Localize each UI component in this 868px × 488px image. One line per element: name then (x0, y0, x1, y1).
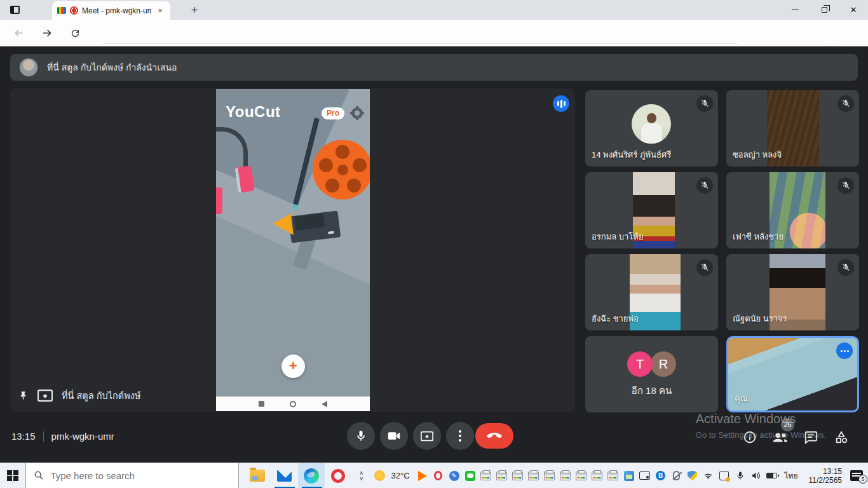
opera-icon (331, 469, 345, 483)
printer-icon[interactable] (496, 471, 507, 480)
present-button[interactable] (413, 422, 441, 450)
tab-search-icon[interactable] (6, 3, 23, 17)
printer-icon[interactable] (576, 471, 587, 480)
taskbar-clock[interactable]: 13:15 11/2/2565 (809, 467, 843, 485)
watermark-line1: Activate Windows (696, 412, 826, 426)
presenting-banner-text: ที่นี่ สตูล กับไกด์พงษ์ กำลังนำเสนอ (47, 60, 177, 74)
participant-tile[interactable]: อรกมล บาโห้ย (585, 172, 718, 248)
meet-footer: 13:15 pmk-wgkn-umr (0, 412, 868, 463)
avast-icon[interactable] (418, 471, 427, 481)
printer-icon[interactable] (607, 471, 618, 480)
new-tab-button[interactable]: + (187, 4, 201, 17)
taskbar-edge[interactable] (298, 463, 325, 488)
browser-tab[interactable]: Meet - pmk-wgkn-umr × (52, 1, 170, 20)
taskbar-search[interactable] (25, 463, 239, 488)
taskbar-opera[interactable] (325, 463, 351, 488)
presenter-avatar (19, 58, 38, 77)
chevron-down-icon[interactable]: ∨ (359, 476, 363, 482)
photos-app-icon[interactable] (624, 471, 634, 481)
mic-muted-icon (696, 95, 713, 112)
participant-tile[interactable]: ฮังฉ๊ะ ชายพ่อ (585, 254, 718, 330)
battery-icon[interactable] (766, 473, 777, 478)
volume-icon[interactable] (750, 470, 762, 482)
tablet-sync-icon[interactable] (719, 471, 729, 480)
android-recents-icon (259, 401, 264, 407)
action-center-icon[interactable]: 5 (850, 470, 863, 481)
more-options-button[interactable] (446, 422, 474, 450)
participant-tile[interactable]: ซอลญ่า หลงจิ (726, 90, 859, 166)
participant-tile[interactable]: ณัฐดนัย นราจร (726, 254, 859, 330)
google-meet-favicon (57, 7, 66, 14)
chat-icon[interactable] (801, 427, 821, 447)
security-shield-icon[interactable] (688, 471, 697, 481)
opera-tray-icon[interactable] (434, 471, 442, 480)
pro-badge: Pro (322, 107, 344, 119)
add-project-fab: + (281, 355, 305, 378)
mic-muted-icon (837, 177, 854, 194)
printer-icon[interactable] (560, 471, 571, 480)
pin-icon[interactable] (18, 390, 29, 401)
recording-indicator-icon (70, 6, 78, 15)
language-indicator[interactable]: ไทย (785, 470, 798, 482)
wifi-icon[interactable] (703, 470, 714, 482)
printer-icon[interactable] (480, 471, 491, 480)
refresh-button[interactable] (66, 25, 84, 41)
mic-muted-icon (837, 95, 854, 112)
meet-page: ที่นี่ สตูล กับไกด์พงษ์ กำลังนำเสนอ YouC… (0, 46, 868, 463)
cast-display-icon[interactable] (639, 471, 650, 480)
tab-close-icon[interactable]: × (155, 6, 165, 15)
mouse-disconnected-icon[interactable] (673, 471, 680, 480)
line-app-icon[interactable] (465, 471, 475, 481)
self-name-label: คุณ (735, 392, 748, 405)
video-camera-illustration (272, 207, 348, 258)
clock-time: 13:15 (11, 431, 36, 442)
bluetooth-icon[interactable]: B (656, 471, 665, 480)
system-tray: 32°C ✎ B (374, 467, 868, 485)
participant-name: ฮังฉ๊ะ ชายพ่อ (592, 312, 639, 325)
activities-icon[interactable] (831, 427, 851, 447)
screen: Meet - pmk-wgkn-umr × + ✕ https://meet.g… (0, 0, 868, 488)
browser-toolbar: https://meet.google.com/pmk-wgkn-umr aあ … (0, 20, 868, 46)
tab-title: Meet - pmk-wgkn-umr (82, 6, 151, 15)
taskbar-file-explorer[interactable] (244, 463, 271, 488)
printer-icon[interactable] (512, 471, 523, 480)
printer-icon[interactable] (544, 471, 555, 480)
hang-up-button[interactable] (475, 423, 513, 449)
mic-toggle-button[interactable] (347, 422, 375, 450)
back-button[interactable] (10, 25, 28, 41)
weather-temperature[interactable]: 32°C (391, 471, 409, 480)
forward-button[interactable] (38, 25, 56, 41)
overflow-tile[interactable]: T R อีก 18 คน (585, 336, 718, 412)
presentation-stage[interactable]: YouCut Pro + ที่นี่ สตูล กับไกด์พงษ์ (10, 88, 575, 412)
participant-tile[interactable]: เฟาซี หลังชาย (726, 172, 859, 248)
windows-logo-icon (7, 470, 18, 482)
printer-icon[interactable] (528, 471, 539, 480)
taskbar-mail[interactable] (271, 463, 297, 488)
android-nav-bar (216, 396, 370, 411)
camera-toggle-button[interactable] (380, 422, 408, 450)
more-options-icon[interactable] (836, 342, 853, 359)
meeting-details-icon[interactable] (740, 427, 760, 447)
microphone-tray-icon[interactable] (735, 470, 746, 482)
avatar-t: T (627, 351, 653, 377)
pen-app-icon[interactable]: ✎ (449, 471, 459, 481)
self-view-tile[interactable]: คุณ (726, 336, 859, 412)
presenter-label: ที่นี่ สตูล กับไกด์พงษ์ (62, 388, 140, 403)
close-button[interactable]: ✕ (839, 0, 868, 20)
taskbar-scroll-arrows[interactable]: ∧∨ (356, 470, 366, 482)
window-controls: ✕ (780, 0, 868, 20)
mail-icon (277, 470, 292, 482)
start-button[interactable] (0, 463, 25, 488)
participant-count-badge: 26 (781, 418, 794, 431)
gear-icon (351, 107, 363, 119)
weather-sun-icon[interactable] (374, 470, 385, 481)
search-input[interactable] (50, 470, 215, 481)
footer-divider (43, 431, 44, 442)
edge-icon (304, 468, 319, 484)
minimize-button[interactable] (780, 0, 810, 20)
printer-icon[interactable] (592, 471, 602, 480)
participant-tile[interactable]: 14 พงศ์นริศร์ ภู่พันธ์ศรี (585, 90, 718, 166)
restore-button[interactable] (810, 0, 839, 20)
mic-muted-icon (837, 259, 854, 276)
presenting-banner: ที่นี่ สตูล กับไกด์พงษ์ กำลังนำเสนอ (10, 54, 858, 81)
